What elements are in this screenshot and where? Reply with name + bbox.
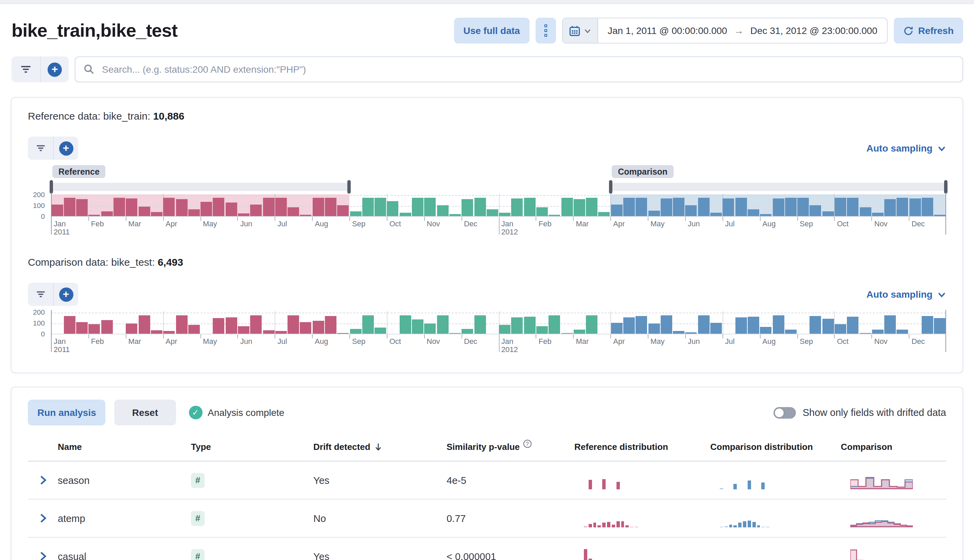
arrow-right-icon: → xyxy=(734,25,744,36)
brush-row: ReferenceComparison xyxy=(51,165,946,194)
reference-selection-band xyxy=(51,194,349,216)
drift-analysis-panel: Run analysis Reset ✓ Analysis complete S… xyxy=(11,387,963,560)
drift-detected-value: Yes xyxy=(314,551,447,560)
use-full-data-button[interactable]: Use full data xyxy=(454,18,529,43)
brush-handle[interactable] xyxy=(609,180,612,194)
header-name[interactable]: Name xyxy=(58,442,191,452)
search-icon xyxy=(83,64,95,75)
search-input[interactable] xyxy=(101,63,954,75)
check-circle-icon: ✓ xyxy=(188,406,202,419)
add-filter-button[interactable]: + xyxy=(53,137,78,160)
start-date[interactable]: Jan 1, 2011 @ 00:00:00.000 xyxy=(608,25,727,36)
add-filter-button[interactable]: + xyxy=(53,283,78,306)
field-type-badge: # xyxy=(191,511,314,526)
brush-handle[interactable] xyxy=(347,180,351,194)
analysis-status: ✓ Analysis complete xyxy=(188,406,284,419)
p-value: 4e-5 xyxy=(447,475,574,486)
reference-doc-count: 10,886 xyxy=(153,110,185,122)
chevron-down-icon xyxy=(937,144,946,153)
query-bar: + xyxy=(0,43,974,82)
reference-auto-sampling-dropdown[interactable]: Auto sampling xyxy=(867,143,946,153)
comparison-histogram-chart: 2001000Jan2011FebMarAprMayJunJulAugSepOc… xyxy=(28,311,946,356)
expand-row-button[interactable] xyxy=(34,547,52,560)
reference-data-heading: Reference data: bike_train: 10,886 xyxy=(28,110,946,122)
reference-brush[interactable] xyxy=(51,183,349,191)
refresh-icon xyxy=(903,25,914,36)
comparison-overlay-chart xyxy=(850,547,946,560)
chevron-right-icon xyxy=(38,475,47,485)
reference-filter-controls: + xyxy=(28,137,78,160)
x-axis: Jan2011FebMarAprMayJunJulAugSepOctNovDec… xyxy=(51,217,946,238)
header-comparison: Comparison xyxy=(841,442,946,452)
comparison-overlay-chart xyxy=(850,509,946,527)
plus-icon: + xyxy=(48,62,62,77)
help-icon[interactable]: ? xyxy=(523,440,531,448)
brush-handle[interactable] xyxy=(50,180,53,194)
chevron-right-icon xyxy=(38,513,47,523)
comparison-doc-count: 6,493 xyxy=(158,256,183,268)
comparison-chart-controls: + Auto sampling xyxy=(28,283,946,306)
toggle-label: Show only fields with drifted data xyxy=(803,407,946,418)
filter-icon xyxy=(20,65,31,74)
field-name: season xyxy=(58,475,191,486)
chevron-down-icon xyxy=(937,290,946,299)
reference-distribution-chart xyxy=(584,471,640,489)
refresh-button[interactable]: Refresh xyxy=(894,18,963,43)
p-value: 0.77 xyxy=(447,513,574,523)
y-axis: 2001000 xyxy=(28,311,51,356)
data-comparison-panel: Reference data: bike_train: 10,886 + Aut… xyxy=(11,97,963,373)
drifted-data-toggle-wrap: Show only fields with drifted data xyxy=(774,407,946,418)
comparison-data-heading: Comparison data: bike_test: 6,493 xyxy=(28,256,946,268)
y-axis: 2001000 xyxy=(28,194,51,238)
chevron-right-icon xyxy=(38,551,47,560)
filter-icon xyxy=(36,144,45,152)
comparison-brush[interactable] xyxy=(610,183,946,191)
header-type[interactable]: Type xyxy=(191,442,314,452)
filter-menu-button[interactable] xyxy=(12,57,40,82)
page-title: bike_train,bike_test xyxy=(12,20,177,41)
reset-button[interactable]: Reset xyxy=(115,400,176,425)
end-date[interactable]: Dec 31, 2012 @ 23:00:00.000 xyxy=(751,25,877,36)
calendar-icon xyxy=(569,25,580,37)
filter-menu-button[interactable] xyxy=(28,283,53,306)
reference-chart-controls: + Auto sampling xyxy=(28,137,946,160)
comparison-filter-controls: + xyxy=(28,283,78,306)
expand-row-button[interactable] xyxy=(34,509,52,527)
comparison-distribution-chart xyxy=(720,509,776,527)
comparison-distribution-chart xyxy=(720,547,776,560)
header-reference-distribution: Reference distribution xyxy=(574,442,710,452)
show-drifted-only-toggle[interactable] xyxy=(774,407,796,418)
filter-icon xyxy=(36,290,45,298)
top-chrome-strip xyxy=(0,0,974,4)
sort-desc-icon xyxy=(374,442,383,451)
filter-menu-button[interactable] xyxy=(28,137,53,160)
date-picker-quick-menu[interactable] xyxy=(563,18,598,43)
brush-handle[interactable] xyxy=(944,180,947,194)
header-similarity-p-value[interactable]: Similarity p-value ? xyxy=(447,442,574,452)
table-row: casual#Yes< 0.000001 xyxy=(28,538,946,560)
analysis-controls: Run analysis Reset ✓ Analysis complete S… xyxy=(28,400,946,425)
plus-icon: + xyxy=(59,141,73,155)
comparison-distribution-chart xyxy=(720,471,776,489)
date-range-values: Jan 1, 2011 @ 00:00:00.000 → Dec 31, 201… xyxy=(598,25,887,36)
histogram-plot xyxy=(51,194,946,217)
field-type-badge: # xyxy=(191,549,314,560)
histogram-plot xyxy=(51,311,946,334)
table-header-row: Name Type Drift detected Similarity p-va… xyxy=(28,442,946,462)
comparison-auto-sampling-dropdown[interactable]: Auto sampling xyxy=(867,289,946,300)
table-row: season#Yes4e-5 xyxy=(28,462,946,500)
drift-detected-value: No xyxy=(314,513,447,523)
filter-controls: + xyxy=(12,57,68,82)
comparison-overlay-chart xyxy=(850,471,946,489)
kebab-menu-button[interactable] xyxy=(535,18,556,43)
header-drift-detected[interactable]: Drift detected xyxy=(314,442,447,452)
search-bar xyxy=(75,57,963,82)
run-analysis-button[interactable]: Run analysis xyxy=(28,400,106,425)
field-name: casual xyxy=(58,551,191,560)
header-comparison-distribution: Comparison distribution xyxy=(710,442,841,452)
field-name: atemp xyxy=(58,513,191,523)
table-row: atemp#No0.77 xyxy=(28,500,946,538)
expand-row-button[interactable] xyxy=(34,471,52,489)
add-filter-button[interactable]: + xyxy=(40,57,68,82)
date-range-picker[interactable]: Jan 1, 2011 @ 00:00:00.000 → Dec 31, 201… xyxy=(562,18,888,43)
